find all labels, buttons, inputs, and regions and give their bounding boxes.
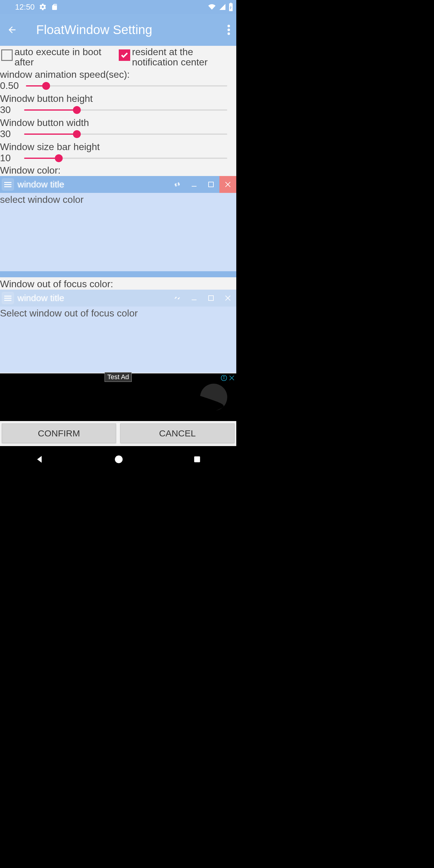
window-unfocus-preview[interactable]: window title Select window out of focus … (0, 290, 236, 373)
svg-point-0 (227, 25, 230, 27)
window-close-button[interactable] (219, 176, 236, 193)
value-anim-speed: 0.50 (0, 80, 19, 91)
window-footer-focus (0, 271, 236, 277)
close-icon (224, 181, 231, 188)
window-color-hint: select window color (0, 194, 236, 205)
window-restore-button[interactable] (169, 176, 186, 193)
label-anim-speed: window animation speed(sec): (0, 69, 236, 80)
checkbox-unchecked-icon (1, 50, 13, 61)
window-title-text: window title (18, 179, 169, 190)
nav-recent-button[interactable] (193, 456, 201, 463)
window-body-focus[interactable]: select window color (0, 193, 236, 271)
window-restore-button[interactable] (169, 290, 186, 307)
checkbox-resident-notification-label: resident at the notification center (132, 47, 235, 67)
window-close-button[interactable] (219, 290, 236, 307)
nav-back-button[interactable] (35, 455, 44, 464)
value-bar-height: 10 (0, 153, 17, 164)
label-button-height: Winodw button height (0, 93, 236, 104)
nav-recent-icon (193, 456, 201, 463)
sd-card-icon (51, 3, 58, 11)
checkbox-resident-notification[interactable]: resident at the notification center (119, 47, 235, 67)
window-unfocus-hint: Select window out of focus color (0, 308, 236, 319)
back-button[interactable] (0, 25, 24, 35)
checkbox-checked-icon (119, 50, 130, 61)
nav-home-icon (115, 455, 123, 464)
minimize-icon (190, 294, 198, 302)
window-minimize-button[interactable] (186, 290, 203, 307)
back-arrow-icon (7, 25, 17, 35)
window-menu-icon[interactable] (2, 293, 13, 304)
window-maximize-button[interactable] (203, 176, 219, 193)
restore-icon (174, 181, 181, 188)
svg-point-2 (227, 33, 230, 35)
status-time: 12:50 (15, 2, 35, 12)
value-button-width: 30 (0, 128, 17, 140)
maximize-icon (207, 294, 215, 302)
value-button-height: 30 (0, 104, 17, 116)
svg-point-13 (224, 376, 224, 377)
slider-anim-speed[interactable] (26, 83, 227, 89)
cancel-button[interactable]: CANCEL (120, 424, 235, 443)
system-nav-bar (0, 446, 236, 472)
wifi-icon (207, 3, 216, 10)
svg-point-16 (115, 456, 123, 463)
window-title-text: window title (18, 293, 169, 303)
label-button-width: Window button width (0, 117, 236, 128)
app-bar: FloatWindow Setting (0, 14, 236, 46)
window-maximize-button[interactable] (203, 290, 219, 307)
label-bar-height: Window size bar height (0, 141, 236, 153)
close-icon (224, 294, 231, 302)
slider-button-width[interactable] (24, 131, 227, 137)
nav-home-button[interactable] (115, 455, 123, 464)
checkbox-auto-boot-label: auto execute in boot after (14, 47, 118, 67)
settings-gear-icon (39, 3, 47, 11)
confirm-button-label: CONFIRM (38, 428, 80, 438)
restore-icon (174, 294, 181, 302)
confirm-button[interactable]: CONFIRM (2, 424, 116, 443)
svg-point-1 (227, 29, 230, 31)
ad-banner[interactable]: Test Ad (0, 373, 236, 421)
slider-button-height[interactable] (24, 107, 227, 113)
window-body-unfocus[interactable]: Select window out of focus color (0, 307, 236, 373)
cancel-button-label: CANCEL (159, 428, 196, 438)
svg-rect-17 (194, 456, 200, 462)
window-titlebar-focus: window title (0, 176, 236, 193)
svg-rect-8 (209, 296, 213, 301)
slider-bar-height[interactable] (24, 155, 227, 161)
overflow-menu-button[interactable] (227, 14, 230, 46)
more-vert-icon (227, 25, 230, 35)
window-titlebar-unfocus: window title (0, 290, 236, 307)
status-bar: 12:50 (0, 0, 236, 14)
minimize-icon (190, 181, 198, 188)
label-window-unfocus-color: Window out of focus color: (0, 278, 236, 290)
window-menu-icon[interactable] (2, 179, 13, 190)
maximize-icon (207, 181, 215, 188)
label-window-color: Window color: (0, 165, 236, 176)
ad-redaction (3, 378, 233, 420)
cell-signal-icon (219, 3, 226, 10)
window-minimize-button[interactable] (186, 176, 203, 193)
svg-rect-4 (209, 182, 213, 187)
checkbox-auto-boot[interactable]: auto execute in boot after (1, 47, 118, 67)
battery-charging-icon (228, 3, 233, 11)
nav-back-icon (35, 455, 44, 464)
app-title: FloatWindow Setting (36, 23, 152, 37)
window-color-preview[interactable]: window title select window color (0, 176, 236, 277)
